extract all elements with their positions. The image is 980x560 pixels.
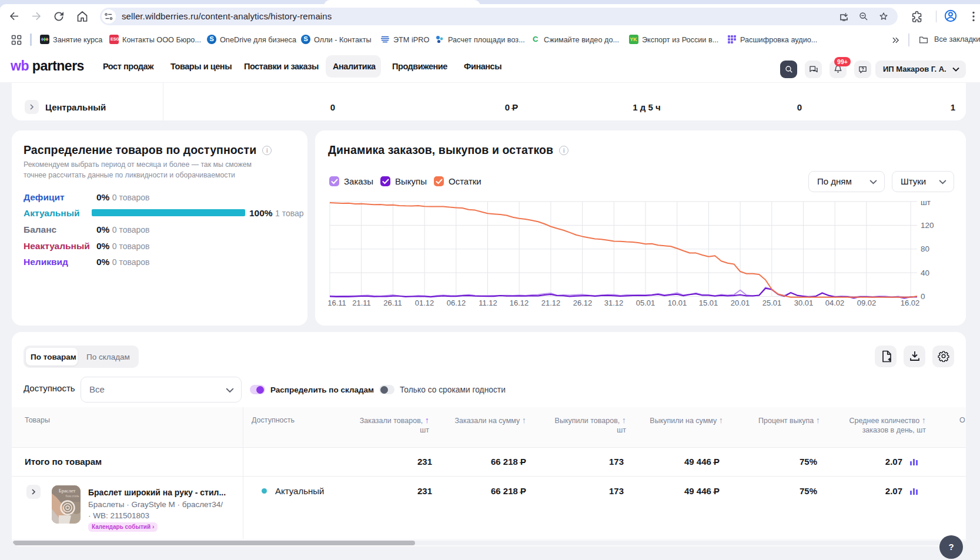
svg-text:11.12: 11.12 [479,299,497,307]
svg-text:шт: шт [921,198,931,207]
svg-text:10.01: 10.01 [668,299,687,307]
svg-text:04.02: 04.02 [825,299,845,307]
svg-text:26.11: 26.11 [383,299,402,307]
svg-text:120: 120 [921,221,934,230]
svg-text:40: 40 [921,269,929,277]
svg-text:16.12: 16.12 [510,299,529,307]
svg-text:06.12: 06.12 [447,299,466,307]
svg-text:16.11: 16.11 [327,299,346,307]
svg-text:15.01: 15.01 [699,299,718,307]
svg-text:21.12: 21.12 [541,299,561,307]
svg-text:16.02: 16.02 [901,299,920,307]
svg-text:05.01: 05.01 [636,299,655,307]
svg-text:0: 0 [921,292,925,301]
svg-text:80: 80 [921,244,929,253]
svg-text:01.12: 01.12 [415,299,434,307]
svg-text:09.02: 09.02 [857,299,877,307]
svg-text:21.11: 21.11 [352,299,371,307]
svg-text:30.01: 30.01 [794,299,814,307]
svg-text:31.12: 31.12 [604,299,624,307]
svg-text:25.01: 25.01 [762,299,782,307]
svg-text:26.12: 26.12 [573,299,593,307]
svg-text:20.01: 20.01 [731,299,750,307]
